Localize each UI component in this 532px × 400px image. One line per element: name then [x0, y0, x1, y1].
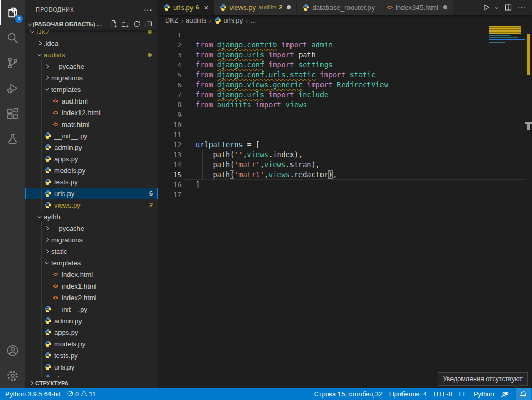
- tree-item-__pycache__[interactable]: __pycache__: [25, 222, 158, 234]
- code-line-6[interactable]: 6from django.views.generic import Redire…: [158, 80, 525, 90]
- html-file-icon: <>: [52, 121, 59, 127]
- collapse-all-icon[interactable]: [143, 19, 154, 29]
- code-editor[interactable]: 12from django.contrib import admin3from …: [158, 26, 532, 388]
- code-line-2[interactable]: 2from django.contrib import admin: [158, 40, 525, 50]
- account-icon[interactable]: [0, 338, 25, 363]
- code-line-14[interactable]: 14 path('matr',views.stran),: [158, 160, 525, 170]
- problems-status[interactable]: 0 11: [67, 390, 96, 398]
- tree-item-tests.py[interactable]: tests.py: [25, 176, 158, 188]
- tab-views.py[interactable]: views.pyaudiiits2: [214, 0, 297, 15]
- tree-item-tests.py[interactable]: tests.py: [25, 350, 158, 361]
- breadcrumb-item[interactable]: urls.py: [214, 17, 243, 24]
- run-dropdown-icon[interactable]: [494, 2, 500, 13]
- cursor-position[interactable]: Строка 15, столбец 32: [314, 391, 383, 398]
- tree-item-index12.html[interactable]: <>index12.html: [25, 107, 158, 118]
- source-control-icon[interactable]: [0, 50, 25, 76]
- breadcrumb-item[interactable]: DKZ: [165, 17, 178, 24]
- modified-dot-icon[interactable]: [287, 5, 291, 9]
- tree-item-apps.py[interactable]: apps.py: [25, 326, 158, 338]
- tree-item-urls.py[interactable]: urls.py: [25, 361, 158, 373]
- code-line-10[interactable]: 10: [158, 120, 525, 130]
- tree-item-index.html[interactable]: <>index.html: [25, 269, 158, 280]
- modified-dot-icon[interactable]: [443, 5, 447, 9]
- tab-urls.py[interactable]: urls.py6×: [158, 0, 214, 15]
- code-line-1[interactable]: 1: [158, 30, 525, 40]
- run-button[interactable]: [480, 2, 492, 13]
- tree-item-admin.py[interactable]: admin.py: [25, 141, 158, 153]
- tree-item-migrations[interactable]: migrations: [25, 72, 158, 84]
- tree-item-urls.py[interactable]: urls.py6: [25, 188, 158, 199]
- chevron-down-icon: [28, 21, 32, 25]
- code-line-11[interactable]: 11: [158, 130, 525, 140]
- tree-item-aud.html[interactable]: <>aud.html: [25, 95, 158, 107]
- code-line-7[interactable]: 7from django.urls import include: [158, 90, 525, 100]
- tree-item-templates[interactable]: templates: [25, 84, 158, 95]
- folder-dot-badge: [148, 30, 152, 34]
- code-line-5[interactable]: 5from django.conf.urls.static import sta…: [158, 70, 525, 80]
- eol-sequence[interactable]: LF: [459, 391, 467, 398]
- code-line-17[interactable]: 17: [158, 190, 525, 200]
- tree-item-index2.html[interactable]: <>index2.html: [25, 292, 158, 303]
- refresh-icon[interactable]: [132, 19, 142, 29]
- breadcrumb-item[interactable]: ...: [250, 17, 256, 24]
- workspace-section-header[interactable]: (РАБОЧАЯ ОБЛАСТЬ) ...: [25, 18, 158, 30]
- notifications-bell-icon[interactable]: [516, 388, 531, 400]
- tree-item-__init__.py[interactable]: __init__.py: [25, 130, 158, 141]
- code-line-4[interactable]: 4from django.conf import settings: [158, 60, 525, 70]
- tree-item-__pycache__[interactable]: __pycache__: [25, 60, 158, 72]
- search-icon[interactable]: [0, 25, 25, 50]
- tree-item-models.py[interactable]: models.py: [25, 165, 158, 176]
- code-line-8[interactable]: 8from audiiits import views: [158, 100, 525, 110]
- tree-item-admin.py[interactable]: admin.py: [25, 315, 158, 326]
- new-file-icon[interactable]: [108, 19, 119, 29]
- indentation[interactable]: Пробелов: 4: [389, 391, 427, 398]
- new-folder-icon[interactable]: [120, 19, 131, 29]
- tree-item-static[interactable]: static: [25, 245, 158, 257]
- chevron-right-icon: [45, 76, 49, 80]
- code-line-16[interactable]: 16]: [158, 180, 525, 190]
- code-line-15[interactable]: 15 path('matr1',views.redactor),: [158, 170, 525, 180]
- tree-item-aythh[interactable]: aythh: [25, 211, 158, 222]
- minimap[interactable]: [489, 26, 525, 95]
- tree-item-__init__.py[interactable]: __init__.py: [25, 303, 158, 315]
- feedback-icon[interactable]: [501, 391, 509, 398]
- encoding[interactable]: UTF-8: [434, 391, 452, 398]
- testing-icon[interactable]: [0, 126, 25, 151]
- tree-item-views.py[interactable]: views.py2: [25, 199, 158, 211]
- more-actions-icon[interactable]: ···: [144, 5, 153, 14]
- settings-gear-icon[interactable]: [0, 363, 25, 388]
- language-mode[interactable]: Python: [474, 391, 494, 398]
- tab-database_roouter.py[interactable]: database_roouter.py: [297, 0, 380, 15]
- outline-section-header[interactable]: СТРУКТУРА: [25, 377, 158, 388]
- scrollbar-track[interactable]: [525, 26, 532, 388]
- tree-item-.idea[interactable]: .idea: [25, 37, 158, 49]
- tree-item-models.py[interactable]: models.py: [25, 338, 158, 350]
- tree-item-DKZ[interactable]: DKZ: [25, 30, 158, 37]
- tree-item-label: aud.html: [62, 97, 88, 105]
- line-number: 8: [158, 100, 182, 110]
- tree-item-index1.html[interactable]: <>index1.html: [25, 280, 158, 292]
- minimap-warning-block: [489, 26, 521, 34]
- scrollbar-thumb[interactable]: [527, 124, 530, 130]
- tab-index345.html[interactable]: <>index345.html: [380, 0, 453, 15]
- run-debug-icon[interactable]: [0, 76, 25, 101]
- tree-item-views.py[interactable]: views.py: [25, 373, 158, 377]
- tree-item-matr.html[interactable]: <>matr.html: [25, 118, 158, 130]
- tree-item-migrations[interactable]: migrations: [25, 234, 158, 245]
- tree-item-apps.py[interactable]: apps.py: [25, 153, 158, 165]
- tree-item-audiiits[interactable]: audiiits: [25, 49, 158, 60]
- close-icon[interactable]: ×: [204, 4, 208, 12]
- python-interpreter[interactable]: Python 3.9.5 64-bit: [5, 391, 61, 398]
- extensions-icon[interactable]: [0, 101, 25, 126]
- tree-item-templates[interactable]: templates: [25, 257, 158, 269]
- breadcrumb-item[interactable]: audiiits: [186, 17, 206, 24]
- more-actions-button[interactable]: ···: [516, 2, 528, 13]
- outline-label: СТРУКТУРА: [35, 380, 68, 386]
- code-line-13[interactable]: 13 path('',views.index),: [158, 150, 525, 160]
- code-line-3[interactable]: 3from django.urls import path: [158, 50, 525, 60]
- code-line-12[interactable]: 12urlpatterns = [: [158, 140, 525, 150]
- split-editor-button[interactable]: [503, 2, 514, 13]
- tree-item-label: __pycache__: [51, 224, 92, 232]
- code-line-9[interactable]: 9: [158, 110, 525, 120]
- explorer-icon[interactable]: 3: [0, 0, 25, 25]
